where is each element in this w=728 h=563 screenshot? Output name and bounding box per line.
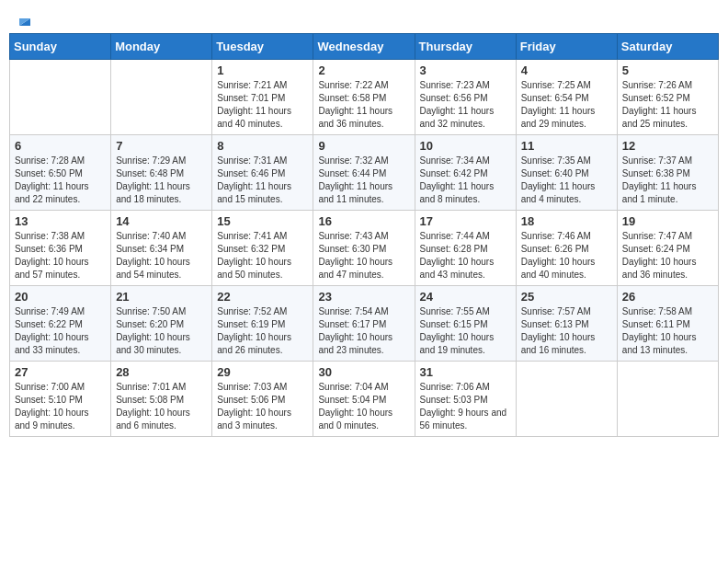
cell-info: Sunrise: 7:38 AMSunset: 6:36 PMDaylight:… [15,231,89,280]
day-number: 22 [217,290,308,304]
calendar-cell: 11 Sunrise: 7:35 AMSunset: 6:40 PMDaylig… [516,135,617,211]
calendar-cell: 22 Sunrise: 7:52 AMSunset: 6:19 PMDaylig… [212,286,313,362]
cell-info: Sunrise: 7:21 AMSunset: 7:01 PMDaylight:… [217,80,291,129]
calendar-cell: 3 Sunrise: 7:23 AMSunset: 6:56 PMDayligh… [415,60,516,135]
calendar-cell: 15 Sunrise: 7:41 AMSunset: 6:32 PMDaylig… [212,211,313,286]
calendar-week-row: 27 Sunrise: 7:00 AMSunset: 5:10 PMDaylig… [10,362,719,437]
calendar-cell: 27 Sunrise: 7:00 AMSunset: 5:10 PMDaylig… [10,362,111,437]
cell-info: Sunrise: 7:58 AMSunset: 6:11 PMDaylight:… [622,306,697,355]
calendar-cell: 2 Sunrise: 7:22 AMSunset: 6:58 PMDayligh… [313,60,415,135]
calendar-cell: 24 Sunrise: 7:55 AMSunset: 6:15 PMDaylig… [415,286,516,362]
cell-info: Sunrise: 7:49 AMSunset: 6:22 PMDaylight:… [15,306,89,355]
day-number: 10 [420,139,511,153]
day-number: 8 [217,139,308,153]
calendar-cell: 26 Sunrise: 7:58 AMSunset: 6:11 PMDaylig… [617,286,718,362]
cell-info: Sunrise: 7:57 AMSunset: 6:13 PMDaylight:… [521,306,596,355]
day-number: 24 [420,290,511,304]
calendar-cell: 23 Sunrise: 7:54 AMSunset: 6:17 PMDaylig… [313,286,415,362]
day-number: 19 [622,214,713,228]
cell-info: Sunrise: 7:25 AMSunset: 6:54 PMDaylight:… [521,80,596,129]
day-number: 13 [15,214,106,228]
day-number: 17 [420,214,511,228]
calendar-cell: 14 Sunrise: 7:40 AMSunset: 6:34 PMDaylig… [111,211,212,286]
calendar-week-row: 6 Sunrise: 7:28 AMSunset: 6:50 PMDayligh… [10,135,719,211]
calendar-cell: 5 Sunrise: 7:26 AMSunset: 6:52 PMDayligh… [617,60,718,135]
calendar-cell [10,60,111,135]
cell-info: Sunrise: 7:04 AMSunset: 5:04 PMDaylight:… [318,382,392,431]
day-number: 20 [15,290,106,304]
calendar-cell: 9 Sunrise: 7:32 AMSunset: 6:44 PMDayligh… [313,135,415,211]
day-number: 23 [318,290,409,304]
day-number: 26 [622,290,713,304]
day-number: 2 [318,63,409,77]
calendar-cell: 19 Sunrise: 7:47 AMSunset: 6:24 PMDaylig… [617,211,718,286]
calendar-cell [516,362,617,437]
day-number: 5 [622,63,713,77]
day-number: 1 [217,63,308,77]
logo [13,9,35,26]
calendar-cell: 17 Sunrise: 7:44 AMSunset: 6:28 PMDaylig… [415,211,516,286]
calendar-cell: 6 Sunrise: 7:28 AMSunset: 6:50 PMDayligh… [10,135,111,211]
day-number: 3 [420,63,511,77]
weekday-header-sunday: Sunday [10,34,111,60]
cell-info: Sunrise: 7:50 AMSunset: 6:20 PMDaylight:… [116,306,190,355]
day-number: 11 [521,139,612,153]
cell-info: Sunrise: 7:03 AMSunset: 5:06 PMDaylight:… [217,382,291,431]
calendar-cell: 4 Sunrise: 7:25 AMSunset: 6:54 PMDayligh… [516,60,617,135]
weekday-header-thursday: Thursday [415,34,516,60]
day-number: 29 [217,365,308,379]
day-number: 18 [521,214,612,228]
cell-info: Sunrise: 7:46 AMSunset: 6:26 PMDaylight:… [521,231,596,280]
cell-info: Sunrise: 7:43 AMSunset: 6:30 PMDaylight:… [318,231,392,280]
weekday-header-row: SundayMondayTuesdayWednesdayThursdayFrid… [10,34,719,60]
day-number: 16 [318,214,409,228]
cell-info: Sunrise: 7:22 AMSunset: 6:58 PMDaylight:… [318,80,392,129]
cell-info: Sunrise: 7:44 AMSunset: 6:28 PMDaylight:… [420,231,495,280]
day-number: 12 [622,139,713,153]
day-number: 14 [116,214,207,228]
day-number: 27 [15,365,106,379]
weekday-header-tuesday: Tuesday [212,34,313,60]
calendar-cell: 28 Sunrise: 7:01 AMSunset: 5:08 PMDaylig… [111,362,212,437]
calendar-cell: 21 Sunrise: 7:50 AMSunset: 6:20 PMDaylig… [111,286,212,362]
cell-info: Sunrise: 7:26 AMSunset: 6:52 PMDaylight:… [622,80,697,129]
calendar-cell: 1 Sunrise: 7:21 AMSunset: 7:01 PMDayligh… [212,60,313,135]
calendar-cell: 25 Sunrise: 7:57 AMSunset: 6:13 PMDaylig… [516,286,617,362]
cell-info: Sunrise: 7:23 AMSunset: 6:56 PMDaylight:… [420,80,495,129]
day-number: 6 [15,139,106,153]
calendar-cell: 8 Sunrise: 7:31 AMSunset: 6:46 PMDayligh… [212,135,313,211]
weekday-header-wednesday: Wednesday [313,34,415,60]
calendar-cell: 12 Sunrise: 7:37 AMSunset: 6:38 PMDaylig… [617,135,718,211]
day-number: 28 [116,365,207,379]
cell-info: Sunrise: 7:37 AMSunset: 6:38 PMDaylight:… [622,155,697,204]
calendar-cell: 31 Sunrise: 7:06 AMSunset: 5:03 PMDaylig… [415,362,516,437]
logo-icon [14,9,34,29]
day-number: 9 [318,139,409,153]
cell-info: Sunrise: 7:29 AMSunset: 6:48 PMDaylight:… [116,155,190,204]
cell-info: Sunrise: 7:31 AMSunset: 6:46 PMDaylight:… [217,155,291,204]
cell-info: Sunrise: 7:34 AMSunset: 6:42 PMDaylight:… [420,155,495,204]
calendar-cell: 30 Sunrise: 7:04 AMSunset: 5:04 PMDaylig… [313,362,415,437]
weekday-header-saturday: Saturday [617,34,718,60]
calendar-cell: 18 Sunrise: 7:46 AMSunset: 6:26 PMDaylig… [516,211,617,286]
day-number: 15 [217,214,308,228]
cell-info: Sunrise: 7:01 AMSunset: 5:08 PMDaylight:… [116,382,190,431]
cell-info: Sunrise: 7:41 AMSunset: 6:32 PMDaylight:… [217,231,291,280]
day-number: 30 [318,365,409,379]
calendar-week-row: 1 Sunrise: 7:21 AMSunset: 7:01 PMDayligh… [10,60,719,135]
cell-info: Sunrise: 7:55 AMSunset: 6:15 PMDaylight:… [420,306,495,355]
calendar-week-row: 13 Sunrise: 7:38 AMSunset: 6:36 PMDaylig… [10,211,719,286]
cell-info: Sunrise: 7:40 AMSunset: 6:34 PMDaylight:… [116,231,190,280]
calendar-week-row: 20 Sunrise: 7:49 AMSunset: 6:22 PMDaylig… [10,286,719,362]
cell-info: Sunrise: 7:52 AMSunset: 6:19 PMDaylight:… [217,306,291,355]
calendar-cell: 7 Sunrise: 7:29 AMSunset: 6:48 PMDayligh… [111,135,212,211]
page-header [9,9,719,26]
calendar-cell [617,362,718,437]
weekday-header-monday: Monday [111,34,212,60]
day-number: 7 [116,139,207,153]
cell-info: Sunrise: 7:06 AMSunset: 5:03 PMDaylight:… [420,382,507,431]
cell-info: Sunrise: 7:35 AMSunset: 6:40 PMDaylight:… [521,155,596,204]
cell-info: Sunrise: 7:54 AMSunset: 6:17 PMDaylight:… [318,306,392,355]
weekday-header-friday: Friday [516,34,617,60]
day-number: 25 [521,290,612,304]
